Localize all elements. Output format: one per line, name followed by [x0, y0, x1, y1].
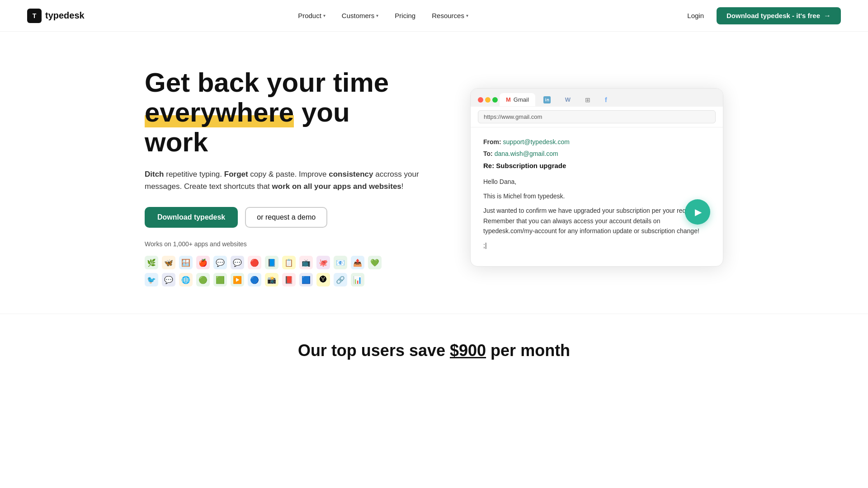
hero-buttons: Download typedesk or request a demo [145, 207, 425, 228]
nav-resources[interactable]: Resources ▾ [425, 8, 475, 23]
hero-demo-button[interactable]: or request a demo [245, 207, 327, 228]
hero-title: Get back your time everywhere you work [145, 68, 425, 157]
app-icon: 🔴 [248, 256, 261, 269]
tab-gmail[interactable]: M Gmail [500, 93, 535, 106]
highlighted-word: everywhere [145, 97, 294, 127]
app-icon: 🦋 [162, 256, 175, 269]
email-body2: Just wanted to confirm we have upgraded … [483, 206, 710, 236]
email-to-field: To: dana.wish@gmail.com [483, 150, 710, 157]
gmail-icon: M [506, 96, 511, 103]
tab-facebook[interactable]: f [599, 93, 613, 107]
email-body: From: support@typedesk.com To: dana.wish… [471, 127, 723, 266]
tab-slack[interactable]: ⊞ [579, 93, 597, 107]
app-icon: 💬 [213, 256, 227, 269]
hero-subtitle: Ditch repetitive typing. Forget copy & p… [145, 168, 425, 192]
app-icon: 🌿 [145, 256, 158, 269]
app-icon: 📧 [334, 256, 347, 269]
bottom-title: Our top users save $900 per month [27, 341, 841, 360]
chevron-down-icon: ▾ [323, 13, 326, 18]
app-icon: 🐙 [316, 256, 330, 269]
app-icon: 🐦 [145, 273, 158, 286]
browser-url-bar-container: https://www.gmail.com [471, 107, 723, 127]
email-subject: Re: Subscription upgrade [483, 162, 710, 169]
app-icon: 📋 [282, 256, 296, 269]
app-icon: 🔵 [248, 273, 261, 286]
app-icon: 📕 [282, 273, 296, 286]
dot-red [478, 97, 483, 103]
play-button[interactable] [685, 199, 710, 225]
arrow-right-icon: → [824, 12, 831, 20]
app-icon: 🌐 [179, 273, 193, 286]
app-icon: 🅨 [316, 273, 330, 286]
app-icon: 🟦 [299, 273, 313, 286]
app-icon: 💬 [162, 273, 175, 286]
logo-text: typedesk [45, 10, 85, 21]
brand-logo[interactable]: T typedesk [27, 9, 85, 23]
navbar: T typedesk Product ▾ Customers ▾ Pricing… [0, 0, 868, 32]
chevron-down-icon: ▾ [466, 13, 468, 18]
app-icon: 🔗 [334, 273, 347, 286]
dot-green [492, 97, 498, 103]
email-content: Hello Dana, This is Michel from typedesk… [483, 177, 710, 251]
nav-customers[interactable]: Customers ▾ [335, 8, 385, 23]
browser-tabs: M Gmail W ⊞ f [471, 89, 723, 107]
download-cta-button[interactable]: Download typedesk - it's free → [717, 7, 841, 24]
app-icons-grid: 🌿 🦋 🪟 🍎 💬 💬 🔴 📘 📋 📺 🐙 📧 📤 💚 🐦 💬 🌐 🟢 🟩 ▶️… [145, 256, 398, 286]
app-icon: 💬 [231, 256, 244, 269]
url-bar[interactable]: https://www.gmail.com [478, 110, 716, 123]
nav-product[interactable]: Product ▾ [292, 8, 332, 23]
email-from-field: From: support@typedesk.com [483, 138, 710, 145]
app-icon: 🟢 [196, 273, 210, 286]
tab-word[interactable]: W [559, 93, 577, 106]
app-icon: 💚 [368, 256, 382, 269]
tab-linkedin[interactable] [537, 93, 557, 107]
app-icon: 📊 [351, 273, 364, 286]
app-icon: 📘 [265, 256, 278, 269]
browser-mockup: M Gmail W ⊞ f https://www.gmail.com [470, 88, 723, 267]
login-button[interactable]: Login [682, 8, 709, 23]
dot-yellow [485, 97, 491, 103]
hero-right: M Gmail W ⊞ f https://www.gmail.com [425, 88, 723, 267]
hero-section: Get back your time everywhere you work D… [118, 32, 750, 314]
hero-left: Get back your time everywhere you work D… [145, 68, 425, 286]
app-icon: 📺 [299, 256, 313, 269]
app-icon: 🪟 [179, 256, 193, 269]
app-icon: 🟩 [213, 273, 227, 286]
app-icon: ▶️ [231, 273, 244, 286]
nav-links: Product ▾ Customers ▾ Pricing Resources … [292, 8, 475, 23]
app-icon: 🍎 [196, 256, 210, 269]
app-icon: 📤 [351, 256, 364, 269]
email-shortcut: ;| [483, 240, 710, 250]
email-greeting: Hello Dana, [483, 177, 710, 187]
nav-pricing[interactable]: Pricing [388, 8, 422, 23]
email-body1: This is Michel from typedesk. [483, 191, 710, 201]
hero-download-button[interactable]: Download typedesk [145, 207, 238, 228]
nav-right: Login Download typedesk - it's free → [682, 7, 841, 24]
bottom-section: Our top users save $900 per month [0, 314, 868, 378]
chevron-down-icon: ▾ [376, 13, 378, 18]
works-on-text: Works on 1,000+ apps and websites [145, 240, 425, 248]
logo-icon: T [27, 9, 42, 23]
app-icon: 📸 [265, 273, 278, 286]
amount-highlight: $900 [450, 341, 486, 360]
